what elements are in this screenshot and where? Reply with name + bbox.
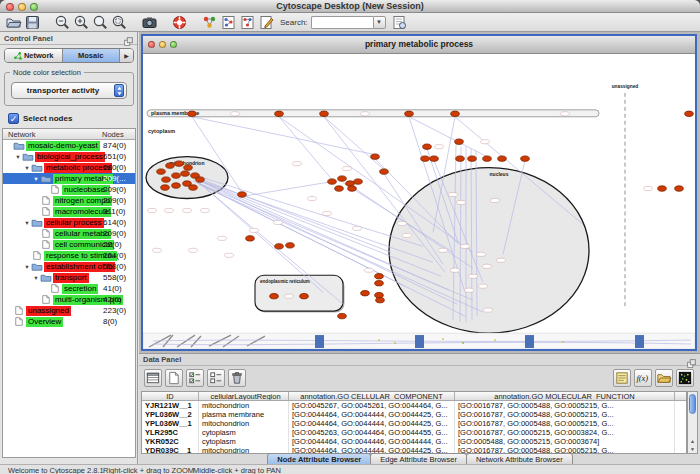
attr-clear-icon[interactable] xyxy=(207,369,225,387)
node-color-dropdown-value: transporter activity xyxy=(12,86,114,95)
formula-icon[interactable]: f(x) xyxy=(634,369,652,387)
table-row[interactable]: YPL036W__2plasma membrane[GO:0044464, GO… xyxy=(142,410,686,419)
table-cell: YKR052C xyxy=(142,437,199,446)
column-header[interactable]: ID xyxy=(142,392,199,400)
data-panel-toolbar: f(x) xyxy=(139,367,700,390)
expand-arrow-icon[interactable]: ▼ xyxy=(23,165,31,171)
tree-row[interactable]: macromolecule311(0) xyxy=(3,206,135,217)
tree-row[interactable]: cell communicat22(0) xyxy=(3,239,135,250)
svg-text:f(x): f(x) xyxy=(636,373,648,383)
open-icon[interactable] xyxy=(5,14,22,31)
vizmapper-icon[interactable] xyxy=(201,14,218,31)
tab-network[interactable]: Network xyxy=(5,49,63,62)
expand-arrow-icon[interactable]: ▼ xyxy=(32,176,40,182)
table-cell: YPL036W__1 xyxy=(142,419,199,428)
tree-row[interactable]: mosaic-demo-yeast874(0) xyxy=(3,140,135,151)
file-icon xyxy=(40,196,52,205)
network-canvas[interactable]: plasma membranecytoplasmmitochondrionnuc… xyxy=(143,55,695,349)
tree-row-count: 223(0) xyxy=(103,306,126,315)
tree-row[interactable]: unassigned223(0) xyxy=(3,305,135,316)
tree-row[interactable]: ▼primary metabo209(... xyxy=(3,173,135,184)
help-icon[interactable] xyxy=(171,14,188,31)
float-data-panel-icon[interactable] xyxy=(686,355,697,366)
workspace-area: primary metabolic process plasma membran… xyxy=(139,32,700,464)
expand-arrow-icon[interactable]: ▼ xyxy=(32,275,40,281)
tab-overflow-arrow-icon[interactable]: ▶ xyxy=(120,49,133,62)
expand-arrow-icon[interactable]: ▼ xyxy=(23,220,31,226)
region-cytoplasm: cytoplasm xyxy=(148,128,175,134)
status-message: Welcome to Cytoscape 2.8.1 xyxy=(8,466,104,474)
network-glyph-icon xyxy=(13,51,22,60)
tree-row[interactable]: nucleobase-209(0) xyxy=(3,184,135,195)
expand-arrow-icon[interactable]: ▼ xyxy=(14,154,22,160)
table-row[interactable]: YJR121W__1mitochondrion[GO:0045267, GO:0… xyxy=(142,401,686,410)
tree-row[interactable]: multi-organism pro42(0) xyxy=(3,294,135,305)
column-header[interactable]: annotation.GO MOLECULAR_FUNCTION xyxy=(455,392,675,400)
annotate-scale-icon[interactable] xyxy=(239,14,256,31)
table-cell: [GO:0044464, GO:0044444, GO:0044425, G..… xyxy=(289,410,455,419)
search-dropdown-icon[interactable]: ▼ xyxy=(373,16,386,29)
float-panel-icon[interactable] xyxy=(123,33,134,44)
table-row[interactable]: YPL036W__1mitochondrion[GO:0044464, GO:0… xyxy=(142,419,686,428)
save-icon[interactable] xyxy=(24,14,41,31)
tree-row[interactable]: ▼establishment of lo558(0) xyxy=(3,261,135,272)
tree-row[interactable]: secretion41(0) xyxy=(3,283,135,294)
tree-row[interactable]: ▼metabolic process280(0) xyxy=(3,162,135,173)
zoom-selected-icon[interactable] xyxy=(111,14,128,31)
zoom-fit-icon[interactable] xyxy=(92,14,109,31)
window-titlebar[interactable]: Cytoscape Desktop (New Session) xyxy=(0,0,700,13)
network-graph[interactable]: plasma membranecytoplasmmitochondrionnuc… xyxy=(143,55,695,349)
tree-row[interactable]: Overview8(0) xyxy=(3,316,135,327)
table-cell: YLR295C xyxy=(142,428,199,437)
toolbar-separator xyxy=(159,14,170,31)
import-icon[interactable] xyxy=(655,369,673,387)
attribute-table[interactable]: ID_cellularLayoutRegionannotation.GO CEL… xyxy=(141,391,687,454)
tab-mosaic[interactable]: Mosaic xyxy=(63,49,121,62)
new-page-icon[interactable] xyxy=(165,369,183,387)
network-view-frame[interactable]: primary metabolic process plasma membran… xyxy=(141,34,697,351)
folder-icon xyxy=(31,163,43,172)
scroll-down-icon[interactable]: ▼ xyxy=(688,445,697,453)
edit-icon[interactable] xyxy=(258,14,275,31)
scrollbar-thumb[interactable] xyxy=(689,394,696,414)
table-row[interactable]: YKR052Ccytoplasm[GO:0044464, GO:0044446,… xyxy=(142,437,686,446)
tree-row[interactable]: response to stimulu264(0) xyxy=(3,250,135,261)
data-panel-header: Data Panel xyxy=(139,354,700,366)
annotate-grid-icon[interactable] xyxy=(220,14,237,31)
tree-row[interactable]: ▼transport558(0) xyxy=(3,272,135,283)
snapshot-icon[interactable] xyxy=(141,14,158,31)
select-nodes-row: ✓ Select nodes xyxy=(8,113,72,124)
search-settings-icon[interactable] xyxy=(391,14,408,31)
tree-row-label: Overview xyxy=(26,317,63,327)
table-row[interactable]: YLR295Ccytoplasm[GO:0045263, GO:0044464,… xyxy=(142,428,686,437)
tree-row[interactable]: ▼cellular process614(0) xyxy=(3,217,135,228)
zoom-in-icon[interactable] xyxy=(73,14,90,31)
column-header[interactable]: annotation.GO CELLULAR_COMPONENT xyxy=(289,392,455,400)
tree-row[interactable]: cellular metabo209(0) xyxy=(3,228,135,239)
search-input[interactable] xyxy=(311,16,373,29)
tree-row-label: mosaic-demo-yeast xyxy=(26,141,100,151)
select-nodes-checkbox[interactable]: ✓ xyxy=(8,113,19,124)
attr-select-icon[interactable] xyxy=(186,369,204,387)
zoom-out-icon[interactable] xyxy=(54,14,71,31)
node-color-dropdown[interactable]: transporter activity xyxy=(11,82,127,99)
notepad-icon[interactable] xyxy=(613,369,631,387)
folder-icon xyxy=(31,218,43,227)
expand-arrow-icon[interactable]: ▼ xyxy=(23,264,31,270)
tree-row[interactable]: ▼biological_process651(0) xyxy=(3,151,135,162)
table-grid-icon[interactable] xyxy=(144,369,162,387)
attribute-table-body: YJR121W__1mitochondrion[GO:0045267, GO:0… xyxy=(142,401,686,454)
file-icon xyxy=(40,229,52,238)
scroll-up-icon[interactable]: ▲ xyxy=(688,437,697,445)
tree-row-label: unassigned xyxy=(26,306,71,316)
trash-icon[interactable] xyxy=(228,369,246,387)
toolbar-icons xyxy=(4,13,276,32)
svg-text:unassigned: unassigned xyxy=(612,84,639,89)
window-title: Cytoscape Desktop (New Session) xyxy=(0,1,700,11)
matrix-icon[interactable] xyxy=(676,369,694,387)
tree-row[interactable]: nitrogen compo209(0) xyxy=(3,195,135,206)
network-view-titlebar[interactable]: primary metabolic process xyxy=(143,36,695,54)
folder-icon xyxy=(40,174,52,183)
column-header[interactable]: _cellularLayoutRegion xyxy=(199,392,289,400)
table-scrollbar[interactable]: ▲ ▼ xyxy=(687,391,698,454)
